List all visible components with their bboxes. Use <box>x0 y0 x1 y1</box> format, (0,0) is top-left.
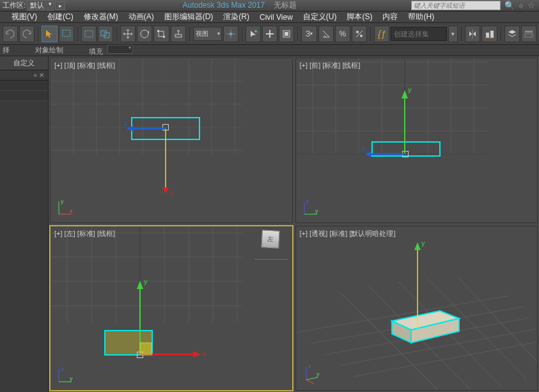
info-icon[interactable]: ⟐ <box>519 1 524 10</box>
menu-customize[interactable]: 自定义(U) <box>298 12 342 22</box>
svg-marker-42 <box>127 125 134 132</box>
layer-button[interactable] <box>504 26 520 42</box>
menu-civil-view[interactable]: Civil View <box>254 13 298 22</box>
svg-rect-16 <box>490 31 494 38</box>
viewport-label[interactable]: [+] [透视] [标准] [默认明暗处理] <box>300 229 396 239</box>
viewport-left[interactable]: [+] [左] [标准] [线框] y x ⤺ 左 <box>50 226 293 391</box>
viewcube-face[interactable]: 左 <box>261 230 279 248</box>
title-bar: 工作区: 默认 ▸ Autodesk 3ds Max 2017 无标题 🔍 ⟐ … <box>0 0 539 12</box>
title-icon-group: 🔍 ⟐ ☆ <box>501 1 539 10</box>
set-dropdown-button[interactable]: ▾ <box>448 26 458 42</box>
viewport-area: [+] [顶] [标准] [线框] x z <box>49 56 539 392</box>
svg-rect-15 <box>486 33 489 38</box>
app-title: Autodesk 3ds Max 2017 <box>182 1 265 10</box>
workspace-dropdown[interactable]: 默认 <box>27 0 54 11</box>
workspace-label: 工作区: <box>3 1 26 10</box>
svg-text:y: y <box>61 198 64 205</box>
svg-rect-3 <box>104 33 109 38</box>
select-manipulate-button[interactable] <box>246 26 261 42</box>
side-panel: 自定义 « <box>0 56 49 392</box>
svg-text:x: x <box>171 189 175 197</box>
menu-content[interactable]: 内容 <box>377 12 403 22</box>
menu-create[interactable]: 创建(C) <box>42 12 79 22</box>
mini-axis-icon: z y <box>301 198 320 217</box>
menu-graph-editor[interactable]: 图形编辑器(D) <box>159 12 219 22</box>
viewport-label[interactable]: [+] [顶] [标准] [线框] <box>54 61 115 70</box>
menu-script[interactable]: 脚本(S) <box>341 12 377 22</box>
search-input[interactable] <box>411 1 501 10</box>
viewport-top[interactable]: [+] [顶] [标准] [线框] x z <box>50 58 293 223</box>
menu-help[interactable]: 帮助(H) <box>403 12 439 22</box>
side-panel-tab[interactable]: 自定义 <box>0 56 48 70</box>
named-sel-set-input[interactable] <box>391 27 447 41</box>
svg-text:y: y <box>315 208 318 214</box>
svg-rect-7 <box>163 36 165 38</box>
placement-button[interactable] <box>171 26 186 42</box>
svg-marker-43 <box>162 187 169 194</box>
svg-rect-2 <box>101 31 106 36</box>
workspace-config-button[interactable]: ▸ <box>55 1 65 10</box>
svg-text:y: y <box>70 375 73 382</box>
toggle-ribbon-button[interactable] <box>521 26 536 42</box>
svg-marker-69 <box>402 90 408 98</box>
mini-axis-icon: z y <box>56 366 75 385</box>
select-rect-button[interactable] <box>59 26 74 42</box>
menu-animation[interactable]: 动画(A) <box>123 12 159 22</box>
favorite-icon[interactable]: ☆ <box>527 1 535 10</box>
svg-rect-9 <box>230 33 232 35</box>
select-region-button[interactable] <box>81 26 97 42</box>
viewport-front[interactable]: [+] [前] [标准] [线框] y z z y <box>295 58 538 223</box>
svg-rect-104 <box>140 343 152 354</box>
fill-group: 填充 <box>89 45 133 56</box>
select-arrow-button[interactable] <box>42 26 57 42</box>
keyboard-shortcut-button[interactable] <box>262 26 277 42</box>
side-panel-row[interactable] <box>0 81 48 91</box>
percent-snap-button[interactable]: % <box>335 26 350 42</box>
binoculars-icon[interactable]: 🔍 <box>504 1 515 10</box>
svg-text:z: z <box>306 198 309 205</box>
rotate-button[interactable] <box>137 26 152 42</box>
fill-dropdown[interactable] <box>107 45 133 54</box>
box-icon-button[interactable] <box>279 26 294 42</box>
viewport-perspective[interactable]: [+] [透视] [标准] [默认明暗处理] <box>295 226 538 391</box>
svg-text:y: y <box>408 86 412 93</box>
spinner-snap-button[interactable] <box>352 26 367 42</box>
svg-text:x: x <box>70 208 73 214</box>
viewport-label[interactable]: [+] [左] [标准] [线框] <box>54 229 115 239</box>
menu-modifiers[interactable]: 修改器(M) <box>79 12 123 22</box>
mini-axis-icon: y x <box>56 198 75 217</box>
redo-button[interactable] <box>19 26 35 42</box>
menu-view[interactable]: 视图(V) <box>6 12 42 22</box>
menu-render[interactable]: 渲染(R) <box>218 12 254 22</box>
side-panel-collapse[interactable]: « <box>0 70 48 81</box>
align-button[interactable] <box>481 26 497 42</box>
svg-line-129 <box>306 380 314 384</box>
coord-system-dropdown[interactable]: 视图 <box>193 27 222 41</box>
svg-text:y: y <box>144 278 148 285</box>
svg-marker-72 <box>365 151 371 157</box>
svg-text:z: z <box>61 366 64 372</box>
scale-button[interactable] <box>153 26 169 42</box>
svg-marker-123 <box>414 242 421 250</box>
svg-rect-0 <box>63 30 70 36</box>
svg-text:y: y <box>316 371 320 377</box>
side-panel-row[interactable] <box>0 91 48 101</box>
view-cube[interactable]: ⤺ 左 <box>262 230 279 248</box>
main-toolbar: 视图 3▾ % {ƒ ▾ <box>0 23 539 45</box>
snap-toggle-button[interactable]: 3▾ <box>301 26 316 42</box>
svg-rect-17 <box>525 31 533 33</box>
mirror-button[interactable] <box>465 26 480 42</box>
svg-line-127 <box>306 377 318 380</box>
viewport-label[interactable]: [+] [前] [标准] [线框] <box>300 61 361 70</box>
crossing-button[interactable] <box>98 26 113 42</box>
mini-axis-icon: z y <box>301 363 323 385</box>
use-pivot-button[interactable] <box>223 26 238 42</box>
move-gizmo-icon: x z <box>102 97 204 199</box>
undo-button[interactable] <box>3 26 18 42</box>
move-button[interactable] <box>120 26 136 42</box>
edit-named-button[interactable]: {ƒ <box>374 26 389 42</box>
svg-rect-18 <box>525 34 533 37</box>
angle-snap-button[interactable] <box>318 26 334 42</box>
document-title: 无标题 <box>274 1 297 10</box>
svg-rect-6 <box>157 30 159 32</box>
